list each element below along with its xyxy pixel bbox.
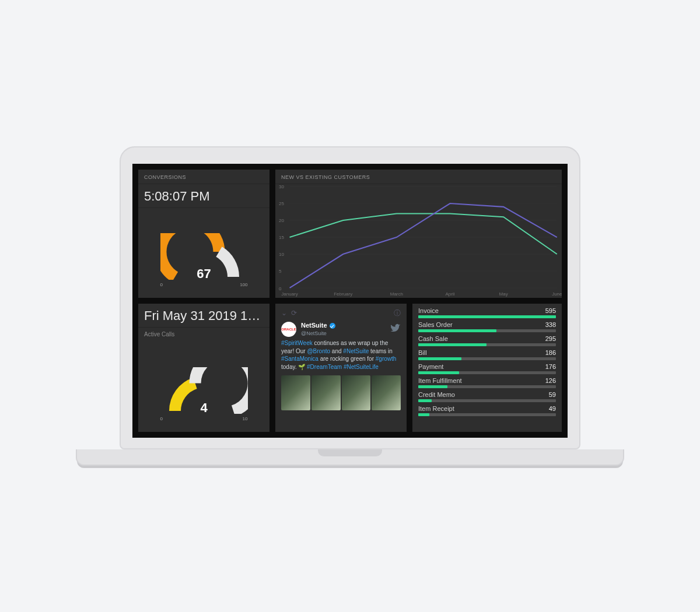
bar-fill (418, 357, 461, 360)
tweet-body: #SpiritWeek continues as we wrap up the … (281, 339, 401, 371)
tweet-text: and (330, 348, 343, 354)
active-calls-gauge: 4 0 10 (138, 337, 270, 432)
chevron-down-icon[interactable]: ⌄ ⟳ (281, 308, 297, 318)
tweet-link[interactable]: #SantaMonica (281, 356, 318, 362)
gauge-min: 0 (160, 282, 163, 287)
bar-fill (418, 399, 432, 402)
bar-value: 126 (545, 377, 556, 384)
tweet-image[interactable] (281, 375, 401, 410)
y-axis-tick: 25 (279, 201, 284, 206)
bar-track (418, 357, 556, 360)
bar-value: 295 (545, 335, 556, 342)
tweet-header: ORACLE NetSuite @NetSuite (281, 321, 401, 337)
tweet-handle[interactable]: @NetSuite (301, 330, 335, 337)
panel-customers-chart: NEW VS EXISTING CUSTOMERS 051015202530Ja… (275, 170, 562, 298)
twitter-bird-icon (390, 323, 401, 336)
bar-fill (418, 315, 556, 318)
y-axis-tick: 20 (279, 218, 284, 223)
active-calls-label: Active Calls (138, 328, 270, 337)
bar-value: 595 (545, 307, 556, 314)
bar-label: Invoice (418, 307, 439, 314)
laptop-base (76, 449, 624, 466)
bar-value: 338 (545, 321, 556, 328)
panel-tweet: ⌄ ⟳ ⓘ ORACLE NetSuite @NetSuite (275, 304, 407, 432)
tweet-link[interactable]: #NetSuiteLife (344, 364, 379, 370)
bar-value: 49 (549, 405, 556, 412)
bar-fill (418, 343, 487, 346)
y-axis-tick: 5 (279, 269, 281, 274)
conversions-time: 5:08:07 PM (138, 184, 270, 208)
bar-row[interactable]: Invoice595 (418, 307, 556, 318)
tweet-text: today. 🌱 (281, 364, 307, 370)
bar-label: Payment (418, 363, 443, 370)
bar-fill (418, 385, 447, 388)
laptop-notch (318, 449, 382, 456)
conversions-gauge: 67 0 100 (138, 208, 270, 298)
gauge-scale: 0 100 (160, 282, 248, 287)
bar-fill (418, 329, 496, 332)
y-axis-tick: 30 (279, 184, 284, 189)
bar-row[interactable]: Credit Memo59 (418, 391, 556, 402)
active-calls-date: Fri May 31 2019 1… (138, 304, 270, 328)
x-axis-tick: March (390, 291, 403, 297)
tweet-text: are rocking green for (318, 356, 376, 362)
bar-value: 59 (549, 391, 556, 398)
bar-track (418, 399, 556, 402)
avatar[interactable]: ORACLE (281, 322, 296, 337)
laptop-mockup: CONVERSIONS 5:08:07 PM 67 0 100 NEW VS E… (70, 146, 630, 466)
bar-value: 186 (545, 349, 556, 356)
gauge-max: 10 (243, 416, 248, 421)
bar-label: Credit Memo (418, 391, 455, 398)
bar-track (418, 385, 556, 388)
bar-row[interactable]: Bill186 (418, 349, 556, 360)
tweet-link[interactable]: @Bronto (307, 348, 330, 354)
bar-fill (418, 413, 429, 416)
bar-track (418, 329, 556, 332)
y-axis-tick: 10 (279, 252, 284, 257)
display-name-text: NetSuite (301, 321, 327, 330)
bar-track (418, 413, 556, 416)
bar-row[interactable]: Payment176 (418, 363, 556, 374)
tweet-text: teams in (369, 348, 393, 354)
gauge-scale: 0 10 (160, 416, 248, 421)
verified-badge-icon (330, 323, 335, 329)
gauge-min: 0 (160, 416, 163, 421)
info-icon[interactable]: ⓘ (394, 308, 401, 318)
gauge-value: 4 (138, 400, 270, 416)
tweet-link[interactable]: #NetSuite (343, 348, 369, 354)
bar-label: Sales Order (418, 321, 453, 328)
bar-label: Item Receipt (418, 405, 454, 412)
panel-title: CONVERSIONS (138, 170, 270, 184)
panel-conversions: CONVERSIONS 5:08:07 PM 67 0 100 (138, 170, 270, 298)
line-chart (275, 184, 562, 297)
tweet-link[interactable]: #SpiritWeek (281, 340, 313, 346)
row-bottom-right: ⌄ ⟳ ⓘ ORACLE NetSuite @NetSuite (275, 304, 562, 432)
bar-row[interactable]: Sales Order338 (418, 321, 556, 332)
tweet-display-name[interactable]: NetSuite (301, 321, 335, 330)
x-axis-tick: May (499, 291, 508, 297)
bar-track (418, 343, 556, 346)
bar-label: Item Fulfillment (418, 377, 462, 384)
bar-label: Cash Sale (418, 335, 448, 342)
y-axis-tick: 0 (279, 286, 281, 291)
bar-row[interactable]: Cash Sale295 (418, 335, 556, 346)
chart-area: 051015202530JanuaryFebruaryMarchAprilMay… (275, 184, 562, 298)
bar-row[interactable]: Item Fulfillment126 (418, 377, 556, 388)
tweet-nav: ⌄ ⟳ ⓘ (281, 308, 401, 318)
x-axis-tick: February (334, 291, 352, 297)
bar-fill (418, 371, 459, 374)
gauge-value: 67 (138, 266, 270, 282)
bar-track (418, 371, 556, 374)
bar-value: 176 (545, 363, 556, 370)
gauge-max: 100 (240, 282, 247, 287)
x-axis-tick: January (281, 291, 298, 297)
bar-row[interactable]: Item Receipt49 (418, 405, 556, 416)
bar-track (418, 315, 556, 318)
tweet-link[interactable]: #DreamTeam (307, 364, 342, 370)
panel-title: NEW VS EXISTING CUSTOMERS (275, 170, 562, 184)
tweet-link[interactable]: #growth (376, 356, 397, 362)
x-axis-tick: June (552, 291, 562, 297)
panel-active-calls: Fri May 31 2019 1… Active Calls 4 0 10 (138, 304, 270, 432)
dashboard-screen: CONVERSIONS 5:08:07 PM 67 0 100 NEW VS E… (132, 164, 568, 438)
x-axis-tick: April (445, 291, 454, 297)
